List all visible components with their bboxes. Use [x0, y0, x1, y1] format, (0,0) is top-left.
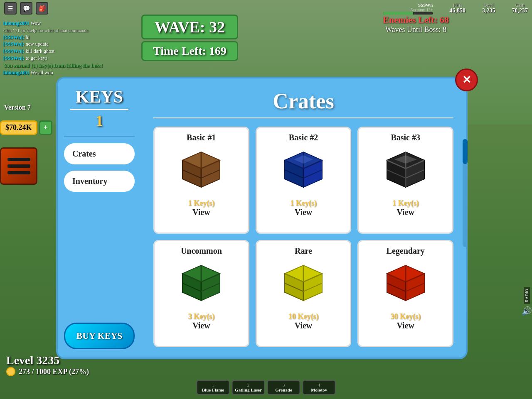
weapon-slot-1[interactable]: 1 Blue Flame [197, 380, 230, 395]
weapon-slot-4[interactable]: 4 Molotov [303, 380, 336, 395]
weapon-name-1: Blue Flame [199, 387, 227, 392]
crate-image-rare [276, 259, 330, 309]
chat-name-2: [SSSWn]: [3, 34, 25, 40]
cash-value: 70,237 [512, 7, 528, 14]
chat-msg: Wow [31, 20, 41, 26]
weapon-num-3: 3 [270, 382, 298, 387]
scrollbar[interactable] [463, 139, 468, 247]
exp-text: 273 / 1000 EXP (27%) [19, 367, 89, 376]
chat-icon[interactable]: 💬 [20, 2, 32, 15]
crate-card-basic1[interactable]: Basic #1 1 Key(s) View [153, 127, 249, 234]
chat-name-5: [SSSWn]: [3, 55, 25, 61]
crate-card-uncommon[interactable]: Uncommon 3 Key(s) View [153, 240, 249, 347]
keys-title: KEYS [64, 87, 135, 107]
chat-system-text: You earned (1) key(s) from killing the b… [3, 62, 103, 69]
chat-name-7: lulonng2001 [3, 70, 30, 76]
hud-top-bar: ☰ 💬 🎒 SSSWn Account: 13+ Kills 46,850 Le… [0, 0, 532, 17]
wave-text: WAVE: 32 [153, 18, 227, 36]
crate-image-basic1 [174, 146, 228, 196]
crates-nav-btn[interactable]: Crates [64, 143, 135, 164]
hamburger-btn[interactable] [0, 147, 37, 185]
chat-system: You earned (1) key(s) from killing the b… [3, 62, 130, 69]
kills-label: Kills [450, 2, 466, 7]
crate-view-uncommon: View [192, 321, 210, 330]
weapon-slots: 1 Blue Flame 2 Gatling Laser 3 Grenade 4… [197, 380, 336, 399]
weapon-slot-3[interactable]: 3 Grenade [267, 380, 300, 395]
chat-msg-7: We all won [31, 70, 53, 76]
crate-name-basic3: Basic #3 [391, 133, 420, 142]
scroll-thumb[interactable] [463, 139, 468, 164]
keys-divider [70, 109, 128, 110]
wave-banner: WAVE: 32 [141, 15, 238, 39]
crates-grid: Basic #1 1 Key(s) View [153, 127, 453, 347]
chat-name-4: [SSSWn]: [3, 48, 25, 54]
crate-keys-rare: 10 Key(s) [288, 312, 318, 321]
section-title: Crates [153, 89, 453, 113]
chat-msg-3: new update [26, 41, 49, 47]
crate-keys-legendary: 30 Key(s) [390, 312, 420, 321]
sound-icon[interactable]: 🔊 [522, 306, 532, 316]
chat-name: lulonng2001 [3, 20, 30, 26]
crate-view-rare: View [295, 321, 313, 330]
crate-card-rare[interactable]: Rare 10 Key(s) View [256, 240, 352, 347]
chat-line-7: lulonng2001 We all won [3, 69, 130, 76]
weapon-name-4: Molotov [305, 387, 333, 392]
crate-image-basic3 [379, 146, 433, 196]
chat-line-3: [SSSWn]: new update [3, 41, 130, 48]
wave-info: WAVE: 32 Time Left: 169 [141, 15, 238, 61]
crate-view-basic1: View [192, 208, 210, 217]
crate-keys-basic3: 1 Key(s) [392, 199, 419, 208]
kills-stat: Kills 46,850 [450, 2, 466, 14]
weapon-num-1: 1 [199, 382, 227, 387]
radio-label: RADIO [524, 287, 530, 304]
time-text: Time Left: 169 [153, 44, 227, 58]
title-divider [153, 117, 453, 118]
crate-card-basic2[interactable]: Basic #2 1 Key(s) [256, 127, 352, 234]
inventory-nav-btn[interactable]: Inventory [64, 171, 135, 192]
level-display: Level 3235 273 / 1000 EXP (27%) [6, 354, 89, 376]
money-plus-btn[interactable]: + [39, 120, 52, 135]
hamburger-line-1 [7, 158, 30, 161]
xp-fill [383, 12, 413, 15]
menu-btn-area [0, 147, 37, 185]
weapon-name-2: Gatling Laser [234, 387, 263, 392]
crate-view-legendary: View [397, 321, 414, 330]
buy-keys-btn[interactable]: BUY KEYS [64, 323, 135, 349]
side-controls: RADIO 🔊 [522, 287, 532, 316]
chat-msg-5: to get keys [26, 55, 47, 61]
waves-boss: Waves Until Boss: 8 [383, 25, 449, 34]
crate-keys-basic1: 1 Key(s) [188, 199, 214, 208]
chat-name-3: [SSSWn]: [3, 41, 25, 47]
weapon-name-3: Grenade [270, 387, 298, 392]
crate-card-basic3[interactable]: Basic #3 1 Key(s) [357, 127, 453, 234]
sidebar-spacer [64, 198, 135, 316]
enemies-box: Enemies Left: 68 Waves Until Boss: 8 [383, 15, 449, 34]
hamburger-line-3 [7, 171, 30, 174]
account-sub: Account: 13+ [383, 7, 433, 12]
modal-sidebar: KEYS 1 Crates Inventory BUY KEYS [58, 78, 141, 357]
cash-stat: Cash 70,237 [512, 2, 528, 14]
hud-account: SSSWn Account: 13+ [383, 2, 433, 15]
crate-name-legendary: Legendary [387, 246, 425, 256]
crate-keys-uncommon: 3 Key(s) [188, 312, 214, 321]
crate-view-basic3: View [397, 208, 414, 217]
crate-name-basic2: Basic #2 [289, 133, 318, 142]
level-value: 3,235 [482, 7, 495, 14]
crate-card-legendary[interactable]: Legendary 30 Key(s) View [357, 240, 453, 347]
crate-name-rare: Rare [295, 246, 312, 256]
money-box: $70.24K [0, 120, 37, 135]
hud-icons: ☰ 💬 🎒 [4, 2, 48, 15]
level-text: Level 3235 [6, 354, 89, 367]
level-label: Level [482, 2, 495, 7]
menu-icon[interactable]: ☰ [4, 2, 17, 15]
chat-help-text: Chat '/?1' or '/help' for a list of chat… [3, 28, 89, 33]
chat-line-4: [SSSWn]: kill dark ghost [3, 48, 130, 55]
close-btn[interactable]: ✕ [455, 69, 478, 91]
bag-icon[interactable]: 🎒 [36, 2, 48, 15]
chat-msg-2: hi [26, 34, 30, 40]
crate-view-basic2: View [295, 208, 313, 217]
keys-section: KEYS 1 [64, 87, 135, 137]
exp-row: 273 / 1000 EXP (27%) [6, 367, 89, 376]
weapon-slot-2[interactable]: 2 Gatling Laser [232, 380, 265, 395]
crate-image-uncommon [174, 259, 228, 309]
